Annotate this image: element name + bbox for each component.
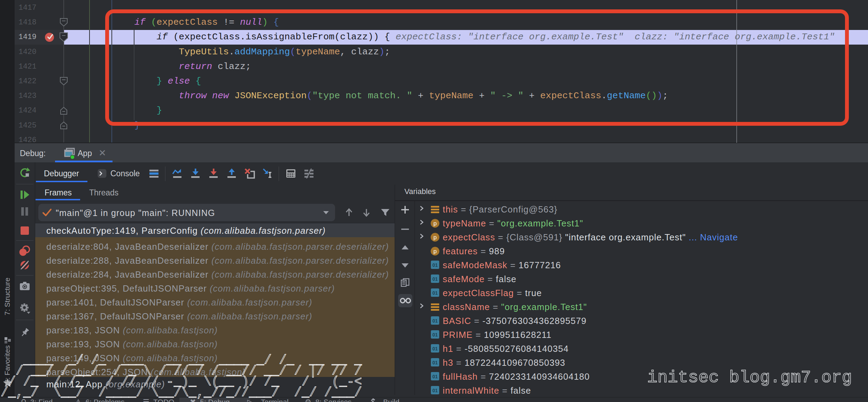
svg-text:01: 01 <box>432 318 438 324</box>
svg-text:01: 01 <box>432 332 438 338</box>
svg-text:p: p <box>433 220 436 227</box>
svg-text:01: 01 <box>432 290 438 296</box>
svg-text:p: p <box>433 248 436 255</box>
svg-text:01: 01 <box>432 374 438 379</box>
svg-text:p: p <box>433 234 436 241</box>
svg-text:01: 01 <box>432 276 438 282</box>
svg-text:01: 01 <box>432 262 438 268</box>
svg-text:01: 01 <box>432 346 438 351</box>
svg-text:01: 01 <box>432 360 438 365</box>
svg-text:01: 01 <box>432 388 438 393</box>
